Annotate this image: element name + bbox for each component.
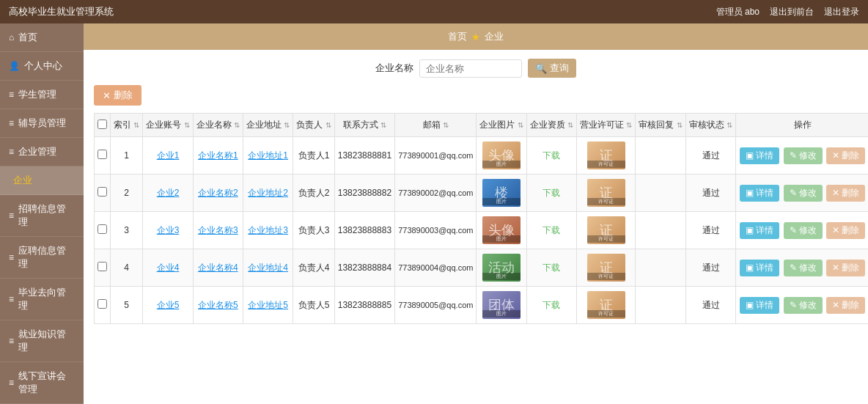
row-actions: ▣ 详情 ✎ 修改 ✕ 删除	[736, 175, 868, 212]
logout-btn[interactable]: 退出登录	[824, 6, 859, 18]
row-name: 企业名称5	[193, 287, 243, 324]
detail-btn-0[interactable]: ▣ 详情	[740, 147, 779, 164]
sidebar-item-recruitment[interactable]: ≡ 招聘信息管理	[0, 195, 84, 237]
row-license: 证 许可证	[577, 249, 636, 287]
sidebar-label-enterprise: 企业	[13, 174, 32, 187]
sidebar-label-seminar: 线下宣讲会管理	[18, 370, 75, 396]
search-input[interactable]	[419, 59, 522, 78]
edit-btn-4[interactable]: ✎ 修改	[784, 297, 823, 314]
name-link-1[interactable]: 企业名称2	[198, 188, 238, 198]
app-title: 高校毕业生就业管理系统	[9, 5, 114, 18]
row-select-checkbox-4[interactable]	[98, 299, 107, 309]
edit-btn-2[interactable]: ✎ 修改	[784, 222, 823, 239]
account-link-4[interactable]: 企业5	[157, 300, 180, 310]
qualification-download-4[interactable]: 下载	[542, 300, 560, 310]
row-contact: 负责人4	[293, 249, 334, 287]
detail-btn-1[interactable]: ▣ 详情	[740, 185, 779, 202]
row-select-checkbox-0[interactable]	[98, 150, 107, 159]
sidebar-item-application[interactable]: ≡ 应聘信息管理	[0, 237, 84, 279]
qualification-download-1[interactable]: 下载	[542, 188, 560, 198]
row-status: 通过	[685, 175, 735, 212]
row-phone: 13823888885	[334, 287, 394, 324]
address-link-0[interactable]: 企业地址1	[248, 150, 288, 161]
delete-icon-1: ✕	[832, 188, 839, 198]
detail-btn-4[interactable]: ▣ 详情	[740, 297, 779, 314]
delete-btn-1[interactable]: ✕ 删除	[826, 185, 865, 202]
edit-btn-0[interactable]: ✎ 修改	[784, 147, 823, 164]
delete-all-icon: ✕	[103, 90, 111, 101]
admin-label: 管理员 abo	[716, 6, 760, 18]
sidebar-item-home[interactable]: ⌂ 首页	[0, 23, 84, 52]
delete-all-label: 删除	[114, 89, 133, 102]
sidebar-item-student[interactable]: ≡ 学生管理	[0, 81, 84, 109]
edit-icon-3: ✎	[790, 262, 797, 273]
edit-btn-3[interactable]: ✎ 修改	[784, 260, 823, 276]
delete-btn-0[interactable]: ✕ 删除	[826, 147, 865, 164]
address-link-1[interactable]: 企业地址2	[248, 188, 288, 198]
delete-icon-0: ✕	[832, 150, 839, 161]
name-link-3[interactable]: 企业名称4	[198, 262, 238, 273]
breadcrumb-home[interactable]: 首页	[448, 30, 467, 43]
table-row: 3 企业3 企业名称3 企业地址3 负责人3 13823888883 77389…	[95, 212, 869, 249]
delete-btn-4[interactable]: ✕ 删除	[826, 297, 865, 314]
detail-btn-3[interactable]: ▣ 详情	[740, 260, 779, 276]
search-bar: 企业名称 🔍 查询	[94, 59, 858, 78]
sidebar-label-home: 首页	[18, 31, 37, 44]
row-select-checkbox-1[interactable]	[98, 187, 107, 197]
list-icon-application: ≡	[9, 252, 14, 262]
name-link-2[interactable]: 企业名称3	[198, 225, 238, 235]
row-address: 企业地址2	[243, 175, 293, 212]
edit-btn-1[interactable]: ✎ 修改	[784, 185, 823, 202]
col-status: 审核状态 ⇅	[685, 114, 735, 137]
address-link-4[interactable]: 企业地址5	[248, 300, 288, 310]
row-select-checkbox-2[interactable]	[98, 224, 107, 234]
sidebar-label-knowledge: 就业知识管理	[18, 328, 75, 354]
row-index: 1	[111, 137, 143, 175]
sidebar-item-enterprise[interactable]: 企业	[0, 166, 84, 195]
row-phone: 13823888883	[334, 212, 394, 249]
sidebar-item-career[interactable]: ≡ 毕业去向管理	[0, 279, 84, 320]
row-checkbox	[95, 137, 111, 175]
delete-all-button[interactable]: ✕ 删除	[94, 85, 141, 106]
detail-btn-2[interactable]: ▣ 详情	[740, 222, 779, 239]
search-button[interactable]: 🔍 查询	[528, 59, 576, 78]
row-checkbox	[95, 287, 111, 324]
select-all-checkbox[interactable]	[98, 120, 107, 129]
address-link-3[interactable]: 企业地址4	[248, 262, 288, 273]
row-account: 企业3	[143, 212, 193, 249]
row-phone: 13823888882	[334, 175, 394, 212]
sidebar-item-enterprise-mgmt[interactable]: ≡ 企业管理	[0, 138, 84, 166]
list-icon-student: ≡	[9, 89, 14, 100]
row-status: 通过	[685, 249, 735, 287]
address-link-2[interactable]: 企业地址3	[248, 225, 288, 235]
account-link-3[interactable]: 企业4	[157, 262, 180, 273]
row-select-checkbox-3[interactable]	[98, 262, 107, 271]
qualification-download-0[interactable]: 下载	[542, 150, 560, 161]
delete-btn-3[interactable]: ✕ 删除	[826, 260, 865, 276]
account-link-1[interactable]: 企业2	[157, 188, 180, 198]
list-icon-seminar: ≡	[9, 378, 14, 388]
name-link-4[interactable]: 企业名称5	[198, 300, 238, 310]
sidebar-label-enterprise-mgmt: 企业管理	[18, 145, 56, 158]
qualification-download-2[interactable]: 下载	[542, 225, 560, 235]
sidebar-item-personal[interactable]: 👤 个人中心	[0, 52, 84, 81]
qualification-download-3[interactable]: 下载	[542, 262, 560, 273]
row-qualification: 下载	[526, 175, 576, 212]
row-index: 5	[111, 287, 143, 324]
sidebar-item-counselor[interactable]: ≡ 辅导员管理	[0, 109, 84, 138]
table-row: 1 企业1 企业名称1 企业地址1 负责人1 13823888881 77389…	[95, 137, 869, 175]
row-name: 企业名称4	[193, 249, 243, 287]
name-link-0[interactable]: 企业名称1	[198, 150, 238, 161]
edit-icon-1: ✎	[790, 188, 797, 198]
row-index: 2	[111, 175, 143, 212]
sidebar-label-student: 学生管理	[18, 88, 56, 101]
row-index: 3	[111, 212, 143, 249]
row-status: 通过	[685, 212, 735, 249]
delete-btn-2[interactable]: ✕ 删除	[826, 222, 865, 239]
row-license: 证 许可证	[577, 137, 636, 175]
account-link-0[interactable]: 企业1	[157, 150, 180, 161]
account-link-2[interactable]: 企业3	[157, 225, 180, 235]
sidebar-item-knowledge[interactable]: ≡ 就业知识管理	[0, 320, 84, 362]
back-to-frontend-btn[interactable]: 退出到前台	[770, 6, 814, 18]
sidebar-item-seminar[interactable]: ≡ 线下宣讲会管理	[0, 362, 84, 404]
